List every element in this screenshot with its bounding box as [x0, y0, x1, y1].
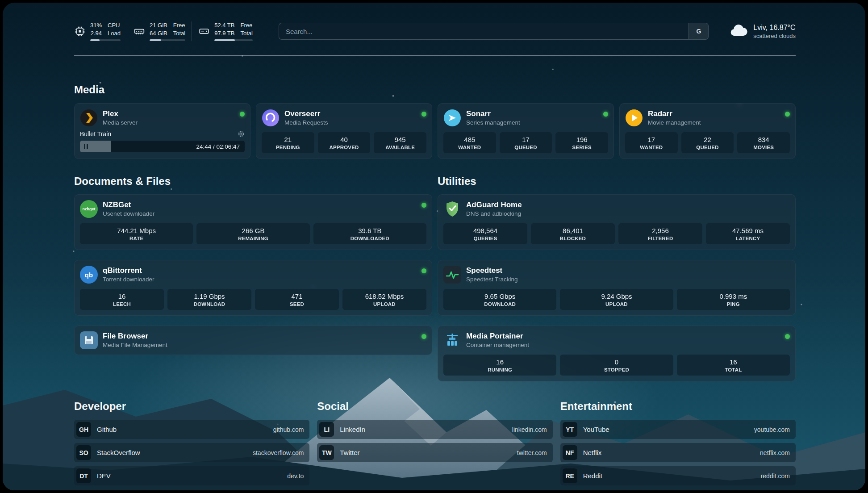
nzbget-subtitle: Usenet downloader [103, 210, 154, 218]
cpu-percent: 31% [90, 21, 102, 29]
overseerr-icon[interactable] [262, 109, 280, 127]
plex-name: Plex [103, 109, 138, 118]
search-engine-button[interactable]: G [689, 23, 708, 39]
memory-readout: 21 GiB 64 GiB Free Total [150, 21, 185, 41]
sonarr-icon[interactable] [443, 109, 461, 127]
app-card-plex: Plex Media server Bullet Train [74, 103, 250, 159]
stackoverflow-badge: SO [76, 445, 91, 460]
plex-settings-gear-icon[interactable] [238, 130, 245, 138]
storage-total-label: Total [240, 29, 252, 38]
cpu-progress-fill [90, 39, 100, 41]
bookmark-youtube[interactable]: YT YouTube youtube.com [560, 420, 796, 439]
filebrowser-name: File Browser [103, 331, 167, 341]
storage-progress-fill [214, 39, 235, 41]
bookmark-twitter[interactable]: TW Twitter twitter.com [317, 443, 552, 462]
plex-status-dot [240, 112, 245, 117]
storage-free-label: Free [240, 21, 252, 29]
plex-now-playing: Bullet Train [80, 130, 111, 138]
section-title-media: Media [74, 84, 796, 96]
memory-total-label: Total [173, 29, 185, 38]
stat-total: 16 TOTAL [677, 355, 790, 376]
documents-column: Documents & Files nzbget NZBGet Usenet d… [74, 175, 432, 355]
stat-upload: 9.24 Gbps UPLOAD [560, 289, 673, 310]
storage-total-value: 97.9 TB [214, 29, 234, 38]
bookmark-netflix[interactable]: NF Netflix netflix.com [560, 443, 796, 462]
cpu-metric: 31% 2.94 CPU Load [74, 21, 127, 41]
filebrowser-icon[interactable] [80, 331, 98, 349]
overseerr-subtitle: Media Requests [284, 119, 328, 127]
stat-pending: 21 PENDING [262, 132, 314, 153]
reddit-badge: RE [563, 468, 577, 483]
nzbget-icon[interactable]: nzbget [80, 200, 98, 218]
app-card-sonarr: Sonarr Series management 485 WANTED 17 Q… [438, 103, 614, 159]
nzbget-status-dot [421, 203, 426, 208]
app-card-nzbget: nzbget NZBGet Usenet downloader 744.21 M… [74, 194, 432, 250]
adguard-name: AdGuard Home [466, 200, 522, 209]
speedtest-icon[interactable] [443, 266, 461, 284]
plex-icon[interactable] [80, 109, 98, 127]
memory-free-value: 21 GiB [150, 21, 167, 29]
radarr-icon[interactable] [625, 109, 643, 127]
stat-blocked: 86,401 BLOCKED [531, 223, 615, 244]
storage-icon [198, 25, 210, 37]
weather-condition: scattered clouds [753, 33, 796, 39]
netflix-badge: NF [563, 445, 577, 460]
bookmark-reddit[interactable]: RE Reddit reddit.com [560, 466, 796, 485]
stat-download: 1.19 Gbps DOWNLOAD [167, 289, 251, 310]
bookmark-dev[interactable]: DT DEV dev.to [74, 466, 309, 485]
stat-downloaded: 39.6 TB DOWNLOADED [313, 223, 426, 244]
bookmark-stackoverflow[interactable]: SO StackOverflow stackoverflow.com [74, 443, 309, 462]
stat-leech: 16 LEECH [80, 289, 164, 310]
section-title-utilities: Utilities [438, 175, 796, 188]
overseerr-status-dot [421, 112, 426, 117]
stat-queued: 22 QUEUED [681, 132, 734, 153]
bookmark-linkedin[interactable]: LI LinkedIn linkedin.com [317, 420, 552, 439]
app-card-qbittorrent: qb qBittorrent Torrent downloader 16 [74, 260, 432, 316]
stat-filtered: 2,956 FILTERED [618, 223, 702, 244]
radarr-subtitle: Movie management [648, 119, 701, 127]
topbar-divider [74, 55, 796, 56]
nzbget-name: NZBGet [103, 200, 154, 209]
utilities-column: Utilities [438, 175, 796, 381]
portainer-subtitle: Container management [466, 342, 529, 349]
cpu-readout: 31% 2.94 CPU Load [90, 21, 121, 41]
pause-icon[interactable] [84, 144, 88, 149]
stat-queued: 17 QUEUED [500, 132, 552, 153]
stat-running: 16 RUNNING [443, 355, 556, 376]
weather-location: Lviv, 16.87°C [753, 24, 796, 32]
stat-download: 9.65 Gbps DOWNLOAD [443, 289, 556, 310]
bookmarks-entertainment: Entertainment YT YouTube youtube.com NF … [560, 400, 796, 485]
plex-subtitle: Media server [103, 119, 138, 127]
app-card-speedtest: Speedtest Speedtest Tracking 9.65 Gbps D… [438, 260, 796, 316]
memory-free-label: Free [173, 21, 185, 29]
sonarr-status-dot [603, 112, 608, 117]
plex-progress-bar[interactable]: 24:44 / 02:06:47 [80, 141, 245, 152]
adguard-icon[interactable] [443, 200, 461, 218]
qbittorrent-icon[interactable]: qb [80, 266, 98, 284]
twitter-badge: TW [319, 445, 334, 460]
portainer-icon[interactable] [443, 331, 461, 349]
adguard-subtitle: DNS and adblocking [466, 210, 522, 218]
bookmark-github[interactable]: GH Github github.com [74, 420, 309, 439]
stat-wanted: 485 WANTED [443, 132, 496, 153]
stat-series: 196 SERIES [555, 132, 608, 153]
sonarr-name: Sonarr [466, 109, 520, 118]
stat-ping: 0.993 ms PING [677, 289, 790, 310]
cpu-label: CPU [108, 21, 120, 29]
dashboard-screen: 31% 2.94 CPU Load [3, 3, 865, 490]
memory-progress-track [150, 39, 185, 41]
plex-time: 24:44 / 02:06:47 [196, 143, 240, 150]
search-input[interactable] [279, 23, 689, 39]
filebrowser-subtitle: Media File Management [103, 342, 167, 349]
memory-total-value: 64 GiB [150, 29, 167, 38]
app-card-overseerr: Overseerr Media Requests 21 PENDING 40 A… [256, 103, 432, 159]
cpu-load-label: Load [108, 29, 121, 38]
stat-rate: 744.21 Mbps RATE [80, 223, 193, 244]
memory-icon [134, 25, 145, 37]
topbar: 31% 2.94 CPU Load [74, 20, 796, 43]
linkedin-badge: LI [319, 422, 334, 437]
stat-queries: 498,564 QUERIES [443, 223, 527, 244]
app-card-radarr: Radarr Movie management 17 WANTED 22 QUE… [619, 103, 796, 159]
app-card-portainer: Media Portainer Container management 16 … [438, 326, 796, 381]
stat-latency: 47.569 ms LATENCY [706, 223, 790, 244]
